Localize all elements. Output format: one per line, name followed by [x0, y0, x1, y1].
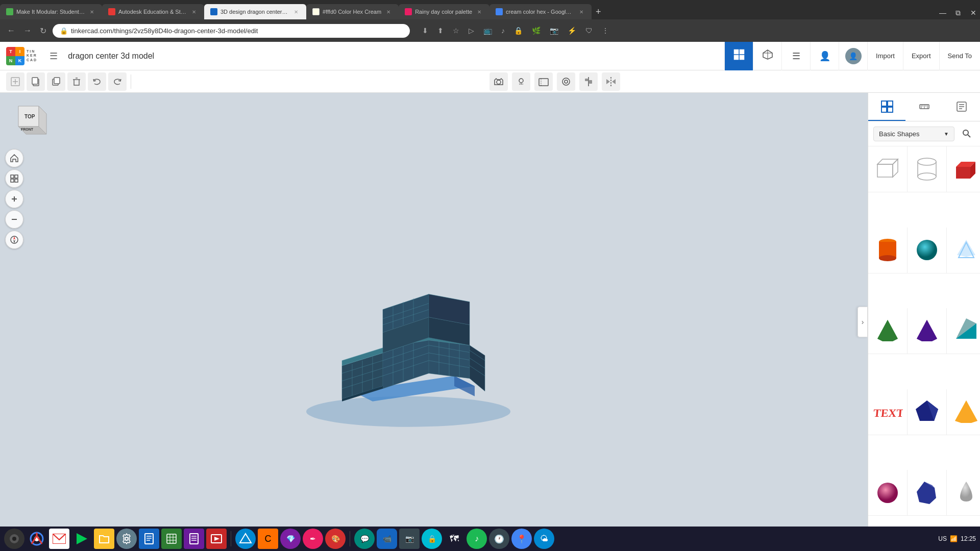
settings-button[interactable]: ⋮ — [599, 24, 612, 37]
new-shape-button[interactable] — [6, 72, 24, 91]
shape-box-ghost[interactable] — [868, 146, 908, 192]
tab-google-cream[interactable]: cream color hex - Google Se... ✕ — [489, 4, 592, 19]
extension7-button[interactable]: ⚡ — [565, 24, 579, 37]
shape-pyramid-yellow[interactable] — [947, 389, 980, 435]
extension1-button[interactable]: ▷ — [465, 24, 477, 37]
zoom-in-button[interactable] — [5, 190, 23, 208]
shape-pyramid-green[interactable] — [868, 308, 908, 354]
shape-box-red[interactable] — [947, 146, 980, 192]
send-to-button[interactable]: Send To — [939, 42, 980, 70]
duplicate-button[interactable] — [47, 72, 65, 91]
taskbar-spotify[interactable]: ♪ — [467, 529, 487, 549]
taskbar-coderpad[interactable]: C — [258, 529, 278, 549]
forward-button[interactable]: → — [21, 24, 34, 37]
shapes-dropdown[interactable]: Basic Shapes ▼ — [873, 127, 954, 141]
shape-gem-navy[interactable] — [908, 389, 947, 435]
taskbar-weather[interactable]: 🌤 — [534, 529, 554, 549]
shape-cylinder-orange[interactable] — [868, 228, 908, 273]
zoom-out-button[interactable] — [5, 210, 23, 229]
shape-cylinder-ghost[interactable] — [908, 146, 947, 192]
redo-button[interactable] — [108, 72, 127, 91]
minimize-button[interactable]: — — [936, 6, 949, 19]
extension5-button[interactable]: 🌿 — [529, 24, 544, 37]
tab-grid[interactable] — [868, 93, 905, 121]
tab-close[interactable]: ✕ — [577, 8, 585, 16]
taskbar-inkscape[interactable]: ✒ — [303, 529, 323, 549]
compass-button[interactable] — [5, 231, 23, 249]
tab-cream[interactable]: #fffd0 Color Hex Cream ✕ — [306, 4, 399, 19]
delete-button[interactable] — [67, 72, 86, 91]
shape-wedge-cyan[interactable] — [947, 308, 980, 354]
tab-close[interactable]: ✕ — [475, 8, 483, 16]
taskbar-maps[interactable]: 🗺 — [444, 529, 464, 549]
grid-view-button[interactable] — [724, 42, 753, 70]
taskbar-play-store[interactable] — [71, 529, 92, 549]
new-tab-button[interactable]: + — [592, 5, 605, 19]
shape-text-3d[interactable]: TEXT — [868, 389, 908, 435]
undo-button[interactable] — [88, 72, 106, 91]
tab-close[interactable]: ✕ — [292, 8, 300, 16]
taskbar-camera[interactable]: 📷 — [399, 529, 420, 549]
taskbar-chrome[interactable] — [27, 529, 47, 549]
align-button[interactable] — [579, 72, 598, 91]
copy-button[interactable] — [27, 72, 45, 91]
import-button[interactable]: Import — [867, 42, 903, 70]
fit-view-button[interactable] — [5, 169, 23, 188]
shape-cone-grey[interactable] — [947, 470, 980, 516]
taskbar-sheets[interactable] — [161, 529, 182, 549]
restore-button[interactable]: ⧉ — [951, 6, 965, 19]
shape-sphere-pink[interactable] — [868, 470, 908, 516]
tab-close[interactable]: ✕ — [88, 8, 96, 16]
nav-cube[interactable]: TOP FRONT — [8, 101, 49, 142]
taskbar-docs[interactable] — [139, 529, 159, 549]
share-button[interactable]: ⬆ — [434, 24, 447, 37]
extension3-button[interactable]: ♪ — [498, 24, 508, 37]
tab-close[interactable]: ✕ — [384, 8, 393, 16]
taskbar-files[interactable] — [94, 529, 114, 549]
tab-3d-dragon[interactable]: 3D design dragon center 3d... ✕ — [204, 4, 306, 19]
tab-notes[interactable] — [943, 93, 980, 121]
taskbar-vpn[interactable]: 🔒 — [422, 529, 442, 549]
user-button[interactable]: 👤 — [810, 42, 839, 70]
taskbar-drive[interactable] — [235, 529, 256, 549]
3d-view-button[interactable] — [753, 42, 781, 70]
home-view-button[interactable] — [5, 149, 23, 167]
bookmark-button[interactable]: ☆ — [450, 24, 462, 37]
search-shapes-button[interactable] — [959, 126, 975, 142]
mirror-button[interactable] — [602, 72, 620, 91]
taskbar-forms[interactable] — [184, 529, 204, 549]
taskbar-slides[interactable] — [206, 529, 227, 549]
tab-close[interactable]: ✕ — [190, 8, 198, 16]
tab-autodesk[interactable]: Autodesk Education & Stude... ✕ — [102, 4, 204, 19]
taskbar-circle-dark[interactable] — [4, 529, 24, 549]
download-button[interactable]: ⬇ — [419, 24, 431, 37]
tinkercad-logo[interactable]: T I N K TIN KER CAD — [0, 47, 43, 65]
extension4-button[interactable]: 🔒 — [511, 24, 526, 37]
taskbar-paint[interactable]: 🎨 — [325, 529, 346, 549]
taskbar-zoom[interactable]: 📹 — [377, 529, 397, 549]
shape-blue-ghost[interactable] — [947, 228, 980, 273]
panel-collapse-handle[interactable]: › — [857, 307, 868, 337]
extension6-button[interactable]: 📷 — [547, 24, 561, 37]
export-button[interactable]: Export — [903, 42, 939, 70]
taskbar-hangouts[interactable]: 💬 — [354, 529, 375, 549]
taskbar-settings[interactable] — [116, 529, 137, 549]
tab-ruler[interactable] — [905, 93, 943, 121]
refresh-button[interactable]: ↻ — [38, 24, 48, 38]
viewport[interactable]: TOP FRONT — [0, 93, 868, 551]
shape-dark-blue-gem[interactable] — [908, 470, 947, 516]
taskbar-maps2[interactable]: 📍 — [511, 529, 532, 549]
camera-button[interactable] — [489, 72, 508, 91]
tab-rainy[interactable]: Rainy day color palette ✕ — [399, 4, 489, 19]
back-button[interactable]: ← — [5, 24, 17, 37]
taskbar-app-purple[interactable]: 💎 — [280, 529, 301, 549]
shape-tool1[interactable] — [534, 72, 553, 91]
tab-make-modular[interactable]: Make It Modular: Student De... ✕ — [0, 4, 102, 19]
taskbar-clock[interactable]: 🕐 — [489, 529, 509, 549]
taskbar-gmail[interactable] — [49, 529, 69, 549]
view3-button[interactable]: ☰ — [781, 42, 810, 70]
address-bar[interactable]: 🔒 tinkercad.com/things/2vz58y8D4lo-drago… — [53, 24, 410, 38]
shape-tool2[interactable] — [557, 72, 575, 91]
shape-pyramid-purple[interactable] — [908, 308, 947, 354]
close-button[interactable]: ✕ — [967, 6, 980, 19]
